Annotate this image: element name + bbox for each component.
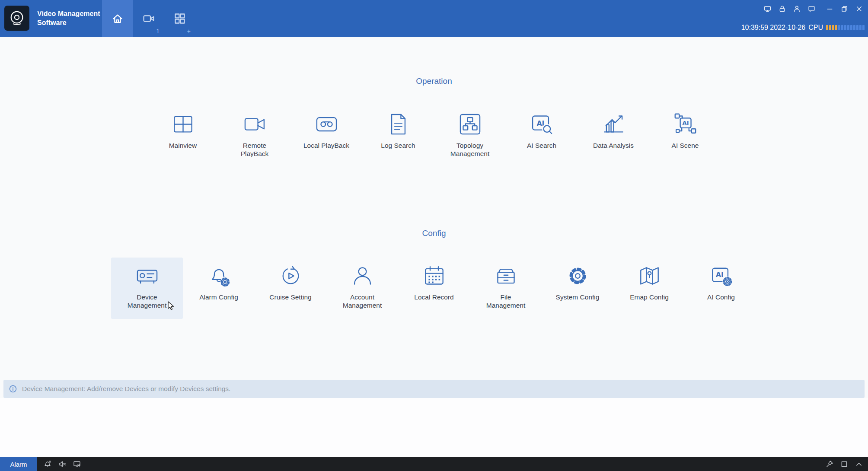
file-management-icon bbox=[494, 264, 518, 288]
speaker-muted-icon[interactable] bbox=[58, 460, 66, 468]
account-management-item[interactable]: Account Management bbox=[326, 258, 398, 319]
panel-icon[interactable] bbox=[840, 460, 848, 468]
topology-icon bbox=[458, 112, 482, 137]
cpu-bar bbox=[847, 25, 849, 30]
item-label: Remote PlayBack bbox=[241, 141, 269, 158]
bottombar-right-icons bbox=[826, 460, 863, 468]
app-title-line1: Video Management bbox=[37, 9, 100, 18]
mainview-item[interactable]: Mainview bbox=[147, 106, 219, 167]
minimize-icon[interactable] bbox=[826, 5, 833, 13]
emap-config-icon bbox=[637, 264, 662, 288]
emap-config-item[interactable]: Emap Config bbox=[613, 258, 685, 319]
alarm-config-icon bbox=[207, 264, 231, 288]
section-title-operation: Operation bbox=[0, 76, 868, 86]
cruise-setting-icon bbox=[278, 264, 303, 288]
infobar-text: Device Management: Add/remove Devices or… bbox=[22, 385, 230, 393]
item-label: AI Scene bbox=[672, 141, 699, 150]
local-record-item[interactable]: Local Record bbox=[398, 258, 470, 319]
item-label: Emap Config bbox=[630, 293, 669, 301]
item-label: Local Record bbox=[414, 293, 453, 301]
cruise-setting-item[interactable]: Cruise Setting bbox=[255, 258, 326, 319]
item-label: Alarm Config bbox=[199, 293, 238, 301]
info-icon bbox=[9, 385, 17, 393]
cpu-bar bbox=[859, 25, 862, 30]
cpu-bar bbox=[835, 25, 837, 30]
item-label: Topology Management bbox=[450, 141, 489, 158]
item-label: Mainview bbox=[169, 141, 197, 150]
ai-scene-icon: AI bbox=[673, 112, 698, 137]
cpu-bar bbox=[856, 25, 858, 30]
item-label: Cruise Setting bbox=[269, 293, 311, 301]
item-label: Log Search bbox=[381, 141, 415, 150]
app-title: Video Management Software bbox=[37, 9, 100, 27]
mouse-cursor bbox=[166, 301, 176, 311]
tab-badge: 1 bbox=[156, 28, 160, 35]
svg-text:AI: AI bbox=[716, 271, 724, 279]
message-icon[interactable] bbox=[808, 5, 815, 13]
cpu-bar bbox=[829, 25, 831, 30]
item-label: File Management bbox=[486, 293, 525, 309]
cpu-bar bbox=[850, 25, 852, 30]
collapse-icon[interactable] bbox=[855, 460, 863, 468]
lower-panel bbox=[0, 398, 868, 457]
operation-items-row: Mainview Remote PlayBack Local PlayBack … bbox=[0, 106, 868, 167]
tab-home[interactable] bbox=[102, 0, 133, 37]
topology-management-item[interactable]: Topology Management bbox=[434, 106, 506, 167]
alarm-config-item[interactable]: Alarm Config bbox=[183, 258, 255, 319]
alarm-bell-icon[interactable] bbox=[44, 460, 51, 468]
item-label: Account Management bbox=[343, 293, 382, 309]
local-record-icon bbox=[422, 264, 447, 288]
alarm-button[interactable]: Alarm bbox=[0, 457, 37, 471]
close-icon[interactable] bbox=[855, 5, 863, 13]
cpu-bar bbox=[844, 25, 846, 30]
lock-icon[interactable] bbox=[779, 5, 786, 13]
mainview-icon bbox=[171, 112, 195, 137]
log-search-icon bbox=[386, 112, 411, 137]
item-label: Local PlayBack bbox=[303, 141, 349, 150]
local-playback-icon bbox=[314, 112, 339, 137]
tab-badge: + bbox=[187, 28, 191, 35]
infobar: Device Management: Add/remove Devices or… bbox=[3, 380, 865, 398]
file-management-item[interactable]: File Management bbox=[470, 258, 542, 319]
user-icon[interactable] bbox=[793, 5, 801, 13]
config-items-row: Device Management Alarm Config Cruise Se… bbox=[0, 258, 868, 319]
cpu-bar bbox=[853, 25, 855, 30]
ai-search-item[interactable]: AI AI Search bbox=[506, 106, 578, 167]
system-tray bbox=[764, 5, 863, 13]
section-title-config: Config bbox=[0, 229, 868, 238]
status-row: 10:39:59 2022-10-26 CPU bbox=[741, 24, 865, 32]
bottombar: Alarm bbox=[0, 457, 868, 471]
ai-search-icon: AI bbox=[530, 112, 554, 137]
item-label: System Config bbox=[556, 293, 600, 301]
ai-scene-item[interactable]: AI AI Scene bbox=[649, 106, 721, 167]
display-icon[interactable] bbox=[764, 5, 771, 13]
tab-preview[interactable]: 1 bbox=[133, 0, 164, 37]
remote-playback-item[interactable]: Remote PlayBack bbox=[219, 106, 290, 167]
cpu-bar bbox=[838, 25, 840, 30]
item-label: AI Search bbox=[527, 141, 556, 150]
vms-window: Video Management Software 1 + 10:39:59 2… bbox=[0, 0, 868, 471]
pin-icon[interactable] bbox=[826, 460, 833, 468]
cpu-bar bbox=[862, 25, 865, 30]
tab-add-view[interactable]: + bbox=[164, 0, 195, 37]
ai-config-item[interactable]: AI AI Config bbox=[685, 258, 757, 319]
home-icon bbox=[112, 13, 124, 25]
app-title-line2: Software bbox=[37, 18, 100, 27]
data-analysis-item[interactable]: Data Analysis bbox=[578, 106, 649, 167]
cpu-bar bbox=[826, 25, 828, 30]
remote-playback-icon bbox=[243, 112, 267, 137]
item-label: Data Analysis bbox=[593, 141, 634, 150]
log-search-item[interactable]: Log Search bbox=[362, 106, 434, 167]
titlebar: Video Management Software 1 + 10:39:59 2… bbox=[0, 0, 868, 37]
bottombar-left-icons bbox=[44, 460, 81, 468]
cpu-meter bbox=[826, 25, 865, 31]
local-playback-item[interactable]: Local PlayBack bbox=[290, 106, 362, 167]
restore-icon[interactable] bbox=[841, 5, 848, 13]
camera-icon bbox=[143, 13, 155, 25]
cpu-bar bbox=[841, 25, 843, 30]
clear-screen-icon[interactable] bbox=[73, 460, 81, 468]
cpu-label: CPU bbox=[808, 24, 823, 32]
ai-config-icon: AI bbox=[709, 264, 734, 288]
system-config-item[interactable]: System Config bbox=[542, 258, 613, 319]
cpu-bar bbox=[832, 25, 834, 30]
